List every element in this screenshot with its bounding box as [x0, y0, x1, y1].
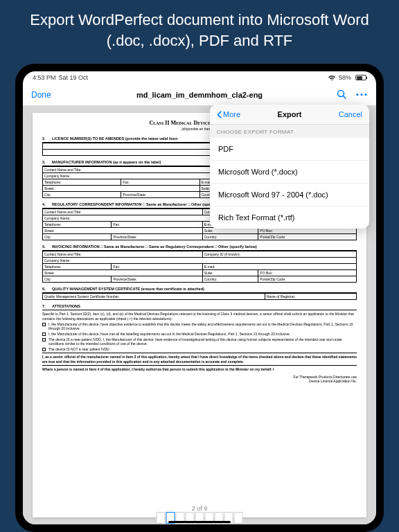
sec2-num: 2. [42, 136, 52, 141]
more-icon[interactable] [355, 89, 368, 100]
export-option-pdf[interactable]: PDF [210, 138, 369, 161]
svg-point-2 [356, 94, 358, 96]
promo-header: Export WordPerfect document into Microso… [0, 0, 399, 60]
svg-point-4 [364, 94, 366, 96]
thumb[interactable] [234, 512, 243, 524]
sec5-table: Contact Name and Title:Company ID (if kn… [42, 251, 357, 283]
cancel-button[interactable]: Cancel [339, 110, 362, 118]
att-4: The device IS NOT a near patient IVDD. [48, 347, 110, 351]
thumb[interactable] [157, 512, 166, 524]
checkbox [42, 332, 46, 336]
sec3-num: 3. [42, 160, 52, 164]
sec7-num: 7. [42, 304, 52, 308]
footer-2: Device Licence Application No. [42, 379, 357, 383]
sec4-num: 4. [42, 202, 52, 206]
nav-bar: Done md_licam_im_demmhom_cla2-eng [23, 84, 376, 106]
page-indicator: 2 of 9 [23, 505, 376, 512]
wifi-icon [328, 75, 336, 81]
status-bar: 4:53 PM Sat 19 Oct 58% [23, 71, 376, 84]
att-1: I, the Manufacturer of this device, have… [48, 322, 357, 330]
home-indicator[interactable] [168, 521, 231, 523]
checkbox [42, 348, 46, 351]
att-3: The device IS a near patient IVDD. I, th… [48, 337, 357, 346]
back-button[interactable]: More [217, 110, 240, 118]
search-icon[interactable] [337, 89, 347, 100]
sec6-title: QUALITY MANAGEMENT SYSTEM CERTIFICATE (e… [52, 287, 357, 291]
battery-pct: 58% [339, 74, 351, 81]
sec6-table: Quality Management System Certificate Nu… [42, 293, 357, 300]
back-label: More [223, 110, 240, 118]
att-auth: Where a person is named in Item 4 of thi… [42, 367, 357, 372]
att-cert: I, as a senior official of the manufactu… [42, 355, 357, 364]
sec5-title: INVOICING INFORMATION □ Same as Manufact… [52, 245, 357, 249]
export-option-rtf[interactable]: Rich Text Format (*.rtf) [210, 206, 369, 229]
sec6-num: 6. [42, 287, 52, 291]
sec7-title: ATTESTATIONS [52, 304, 357, 308]
popover-section-header: CHOOSE EXPORT FORMAT [210, 125, 369, 138]
battery-icon [355, 75, 366, 80]
status-time: 4:53 PM [33, 74, 56, 81]
svg-line-1 [344, 96, 346, 99]
done-button[interactable]: Done [31, 90, 51, 100]
export-popover: More Export Cancel CHOOSE EXPORT FORMAT … [210, 105, 369, 229]
status-date: Sat 19 Oct [59, 74, 89, 81]
export-option-docx[interactable]: Microsoft Word (*.docx) [210, 161, 369, 184]
doc-title: md_licam_im_demmhom_cla2-eng [136, 91, 263, 99]
tablet-frame: 4:53 PM Sat 19 Oct 58% Done md_licam_im_… [15, 64, 384, 532]
export-option-doc[interactable]: Microsoft Word 97 - 2004 (*.doc) [210, 184, 369, 206]
att-intro: Specific to Part 1, Section 32(2), item … [42, 312, 357, 321]
checkbox [42, 338, 46, 342]
popover-title: Export [278, 110, 302, 118]
checkbox [42, 323, 46, 326]
svg-point-3 [360, 94, 362, 96]
sec5-num: 5. [42, 245, 52, 249]
screen: 4:53 PM Sat 19 Oct 58% Done md_licam_im_… [23, 71, 376, 524]
att-2: I, the Manufacturer of this device, have… [48, 332, 290, 336]
chevron-left-icon [217, 111, 222, 118]
